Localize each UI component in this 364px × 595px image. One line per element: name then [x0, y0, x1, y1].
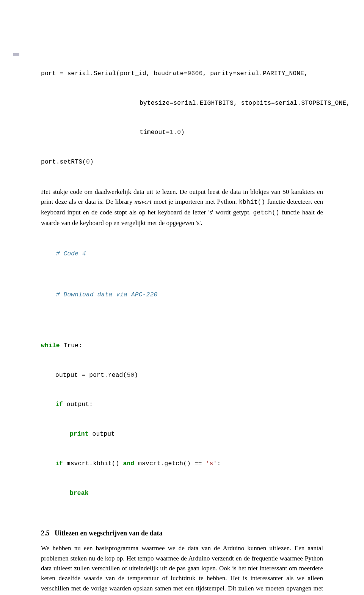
comment-download: # Download data via APC-220 [41, 280, 323, 310]
section-heading: 2.5 Uitlezen en wegschrijven van de data [41, 529, 323, 537]
paragraph-2: We hebben nu een basisprogramma waarmee … [41, 543, 323, 595]
code-block-2: while True: output = port.read(50) if ou… [41, 321, 323, 518]
page: port = serial.Serial(port_id, baudrate=9… [0, 0, 364, 595]
code-block-1: port = serial.Serial(port_id, baudrate=9… [41, 49, 323, 187]
margin-mark [13, 53, 19, 56]
comment-code-4: # Code 4 [41, 239, 323, 269]
paragraph-1: Het stukje code om daadwerkelijk data ui… [41, 187, 323, 228]
